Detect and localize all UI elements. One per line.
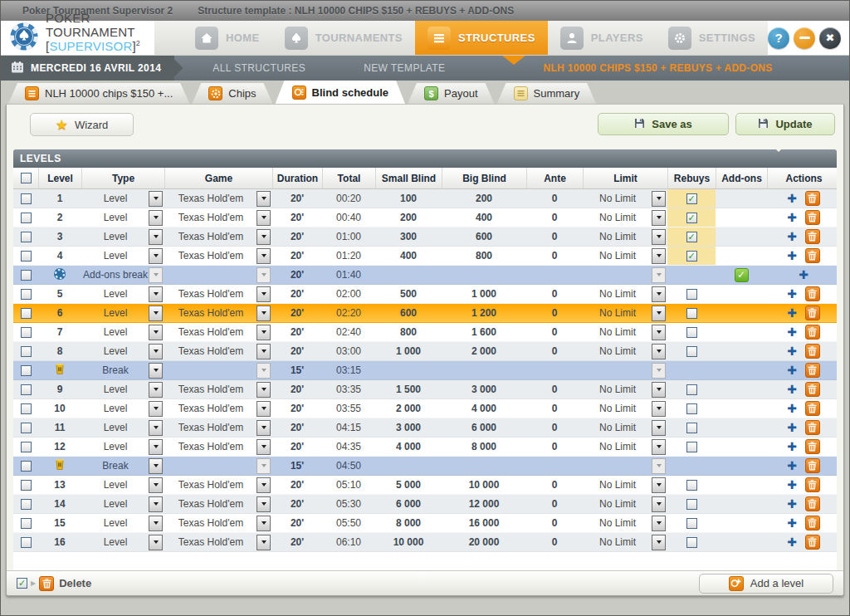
row-checkbox[interactable]: [21, 423, 32, 433]
dropdown-button[interactable]: [652, 210, 666, 226]
rebuys-checkbox[interactable]: [686, 384, 697, 395]
table-row[interactable]: Add-ons break20'01:40✓✚: [13, 266, 837, 285]
table-row[interactable]: 13LevelTexas Hold'em20'05:105 00010 0000…: [13, 476, 837, 495]
dropdown-button[interactable]: [256, 306, 271, 321]
row-checkbox[interactable]: [21, 251, 32, 262]
row-checkbox[interactable]: [21, 213, 32, 223]
table-row[interactable]: 9LevelTexas Hold'em20'03:351 5003 0000No…: [13, 380, 837, 399]
rebuys-checkbox[interactable]: ✓: [686, 213, 697, 223]
column-header-actions[interactable]: Actions: [767, 168, 840, 188]
dropdown-button[interactable]: [256, 229, 271, 245]
dropdown-button[interactable]: [149, 516, 163, 531]
dropdown-button[interactable]: [149, 363, 163, 379]
dropdown-button[interactable]: [256, 401, 271, 417]
insert-row-button[interactable]: ✚: [787, 498, 797, 510]
dropdown-button[interactable]: [652, 439, 666, 455]
dropdown-button[interactable]: [149, 496, 163, 512]
insert-row-button[interactable]: ✚: [787, 384, 797, 395]
delete-row-button[interactable]: [805, 382, 820, 397]
dropdown-button[interactable]: [256, 496, 271, 512]
minimize-button[interactable]: [794, 27, 815, 49]
column-header-type[interactable]: Type: [81, 168, 164, 188]
table-row[interactable]: 10LevelTexas Hold'em20'03:552 0004 0000N…: [13, 399, 837, 418]
table-row[interactable]: 8LevelTexas Hold'em20'03:001 0002 0000No…: [13, 342, 837, 361]
insert-row-button[interactable]: ✚: [787, 403, 797, 414]
dropdown-button[interactable]: [149, 325, 163, 340]
delete-row-button[interactable]: [805, 496, 820, 511]
tab-summary[interactable]: Summary: [497, 83, 597, 104]
insert-row-button[interactable]: ✚: [787, 345, 797, 357]
row-checkbox[interactable]: [21, 193, 32, 204]
table-row[interactable]: 3LevelTexas Hold'em20'01:003006000No Lim…: [13, 227, 837, 247]
dropdown-button[interactable]: [652, 191, 666, 207]
delete-row-button[interactable]: [805, 516, 820, 530]
insert-row-button[interactable]: ✚: [787, 326, 797, 338]
column-header-rebuys[interactable]: Rebuys: [667, 168, 716, 188]
insert-row-button[interactable]: ✚: [787, 193, 797, 204]
table-row[interactable]: 16LevelTexas Hold'em20'06:1010 00020 000…: [13, 533, 837, 552]
breadcrumb-new-template[interactable]: NEW TEMPLATE: [364, 62, 445, 74]
breadcrumb-all-structures[interactable]: ALL STRUCTURES: [212, 62, 305, 74]
dropdown-button[interactable]: [652, 306, 666, 321]
row-checkbox[interactable]: [21, 365, 32, 376]
table-row[interactable]: 14LevelTexas Hold'em20'05:306 00012 0000…: [13, 495, 837, 514]
footer-trash-icon[interactable]: [39, 576, 54, 591]
insert-row-button[interactable]: ✚: [787, 422, 797, 433]
dropdown-button[interactable]: [256, 191, 271, 207]
column-header-total[interactable]: Total: [322, 168, 375, 188]
row-checkbox[interactable]: [21, 308, 32, 319]
dropdown-button[interactable]: [149, 535, 163, 550]
dropdown-button[interactable]: [256, 325, 271, 340]
dropdown-button[interactable]: [149, 306, 163, 321]
insert-row-button[interactable]: ✚: [787, 536, 797, 548]
table-row[interactable]: Break15'04:50✚: [13, 457, 837, 476]
row-checkbox[interactable]: [21, 384, 32, 395]
column-header-add-ons[interactable]: Add-ons: [716, 168, 767, 188]
rebuys-checkbox[interactable]: [686, 499, 697, 510]
insert-row-button[interactable]: ✚: [787, 307, 797, 319]
dropdown-button[interactable]: [652, 229, 666, 245]
dropdown-button[interactable]: [149, 210, 163, 226]
rebuys-checkbox[interactable]: ✓: [686, 193, 697, 204]
table-row[interactable]: 11LevelTexas Hold'em20'04:153 0006 0000N…: [13, 418, 837, 438]
select-all-checkbox[interactable]: [21, 173, 32, 183]
dropdown-button[interactable]: [149, 382, 163, 398]
rebuys-checkbox[interactable]: [686, 480, 697, 491]
nav-item-tournaments[interactable]: TOURNAMENTS: [272, 21, 415, 55]
nav-item-home[interactable]: HOME: [183, 21, 272, 55]
delete-row-button[interactable]: [805, 439, 820, 454]
rebuys-checkbox[interactable]: [686, 442, 697, 452]
rebuys-checkbox[interactable]: [686, 537, 697, 548]
insert-row-button[interactable]: ✚: [787, 231, 797, 242]
row-checkbox[interactable]: [21, 499, 32, 510]
row-checkbox[interactable]: [21, 403, 32, 414]
insert-row-button[interactable]: ✚: [787, 250, 797, 262]
tab-template-name[interactable]: NLH 10000 chips $150 +...: [8, 83, 189, 104]
delete-row-button[interactable]: [805, 344, 820, 359]
dropdown-button[interactable]: [256, 382, 271, 398]
dropdown-button[interactable]: [256, 439, 271, 455]
tab-blind-schedule[interactable]: Blind schedule: [276, 81, 405, 104]
save-as-button[interactable]: Save as: [598, 113, 729, 135]
delete-row-button[interactable]: [805, 458, 820, 473]
delete-row-button[interactable]: [805, 210, 820, 225]
insert-row-button[interactable]: ✚: [787, 288, 797, 300]
footer-select-checkbox[interactable]: ✓: [17, 578, 27, 589]
delete-row-button[interactable]: [805, 248, 820, 263]
delete-row-button[interactable]: [805, 325, 820, 340]
insert-row-button[interactable]: ✚: [787, 212, 797, 223]
rebuys-checkbox[interactable]: [686, 327, 697, 338]
insert-row-button[interactable]: ✚: [787, 517, 797, 529]
dropdown-button[interactable]: [149, 229, 163, 245]
rebuys-checkbox[interactable]: [686, 518, 697, 529]
rebuys-checkbox[interactable]: ✓: [686, 232, 697, 242]
dropdown-button[interactable]: [652, 535, 666, 550]
dropdown-button[interactable]: [149, 458, 163, 474]
dropdown-button[interactable]: [652, 496, 666, 512]
table-row[interactable]: 4LevelTexas Hold'em20'01:204008000No Lim…: [13, 247, 837, 266]
column-header-level[interactable]: Level: [38, 168, 81, 188]
row-checkbox[interactable]: [21, 461, 32, 472]
nav-item-structures[interactable]: STRUCTURES: [415, 21, 548, 55]
dropdown-button[interactable]: [149, 401, 163, 417]
insert-row-button[interactable]: ✚: [799, 269, 808, 281]
